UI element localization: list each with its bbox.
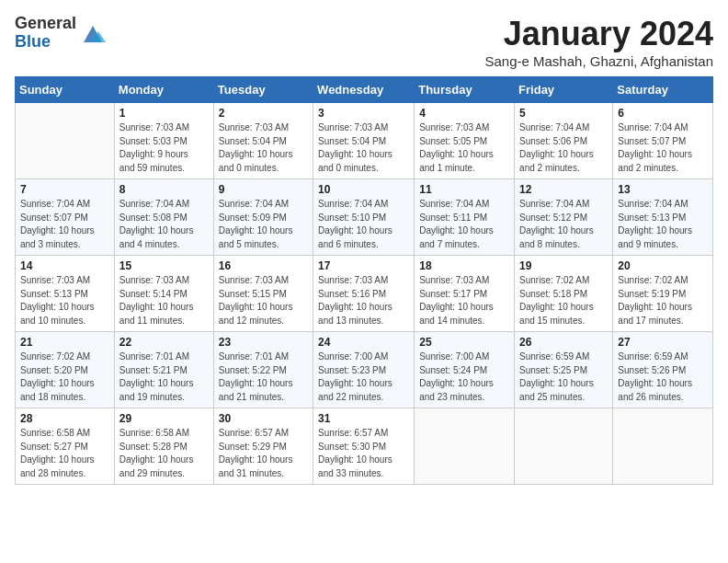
day-info: Sunrise: 7:00 AM Sunset: 5:24 PM Dayligh… (419, 350, 509, 404)
day-info: Sunrise: 7:03 AM Sunset: 5:05 PM Dayligh… (419, 121, 509, 175)
calendar-cell: 2Sunrise: 7:03 AM Sunset: 5:04 PM Daylig… (213, 103, 313, 179)
day-number: 9 (219, 183, 308, 196)
day-number: 7 (20, 183, 109, 196)
day-number: 2 (219, 107, 308, 120)
day-info: Sunrise: 7:04 AM Sunset: 5:06 PM Dayligh… (519, 121, 608, 175)
day-number: 8 (119, 183, 209, 196)
day-number: 12 (519, 183, 608, 196)
calendar-cell: 23Sunrise: 7:01 AM Sunset: 5:22 PM Dayli… (213, 332, 313, 408)
calendar-cell: 18Sunrise: 7:03 AM Sunset: 5:17 PM Dayli… (415, 256, 515, 332)
calendar-cell: 25Sunrise: 7:00 AM Sunset: 5:24 PM Dayli… (415, 332, 515, 408)
day-number: 14 (20, 259, 109, 272)
logo: General Blue (15, 15, 106, 52)
day-number: 19 (519, 259, 608, 272)
day-info: Sunrise: 7:03 AM Sunset: 5:03 PM Dayligh… (119, 121, 209, 175)
day-number: 28 (20, 412, 109, 425)
header-tuesday: Tuesday (213, 77, 313, 103)
day-info: Sunrise: 6:58 AM Sunset: 5:27 PM Dayligh… (20, 427, 109, 480)
day-number: 10 (318, 183, 409, 196)
day-info: Sunrise: 7:02 AM Sunset: 5:19 PM Dayligh… (618, 274, 708, 327)
day-info: Sunrise: 7:03 AM Sunset: 5:04 PM Dayligh… (219, 121, 308, 175)
day-info: Sunrise: 7:04 AM Sunset: 5:09 PM Dayligh… (219, 198, 308, 251)
header-sunday: Sunday (16, 77, 115, 103)
day-info: Sunrise: 7:03 AM Sunset: 5:14 PM Dayligh… (119, 274, 209, 327)
day-info: Sunrise: 6:57 AM Sunset: 5:30 PM Dayligh… (318, 427, 409, 480)
day-number: 25 (419, 336, 509, 349)
day-number: 15 (119, 259, 209, 272)
day-number: 1 (119, 107, 209, 120)
calendar-cell: 28Sunrise: 6:58 AM Sunset: 5:27 PM Dayli… (16, 408, 115, 485)
calendar-cell: 10Sunrise: 7:04 AM Sunset: 5:10 PM Dayli… (313, 179, 415, 256)
month-title: January 2024 (485, 15, 714, 53)
calendar-cell: 24Sunrise: 7:00 AM Sunset: 5:23 PM Dayli… (313, 332, 415, 408)
calendar-week-row: 28Sunrise: 6:58 AM Sunset: 5:27 PM Dayli… (16, 408, 713, 485)
day-info: Sunrise: 7:04 AM Sunset: 5:07 PM Dayligh… (618, 121, 708, 175)
header-friday: Friday (515, 77, 613, 103)
calendar-cell: 19Sunrise: 7:02 AM Sunset: 5:18 PM Dayli… (515, 256, 613, 332)
calendar-cell: 27Sunrise: 6:59 AM Sunset: 5:26 PM Dayli… (613, 332, 713, 408)
calendar-cell: 5Sunrise: 7:04 AM Sunset: 5:06 PM Daylig… (515, 103, 613, 179)
header-saturday: Saturday (613, 77, 713, 103)
day-number: 5 (519, 107, 608, 120)
calendar-week-row: 1Sunrise: 7:03 AM Sunset: 5:03 PM Daylig… (16, 103, 713, 179)
calendar-week-row: 14Sunrise: 7:03 AM Sunset: 5:13 PM Dayli… (16, 256, 713, 332)
day-number: 23 (219, 336, 308, 349)
day-info: Sunrise: 7:03 AM Sunset: 5:13 PM Dayligh… (20, 274, 109, 327)
day-number: 3 (318, 107, 409, 120)
logo-icon (80, 20, 106, 46)
day-info: Sunrise: 7:03 AM Sunset: 5:16 PM Dayligh… (318, 274, 409, 327)
day-number: 26 (519, 336, 608, 349)
calendar-cell: 14Sunrise: 7:03 AM Sunset: 5:13 PM Dayli… (16, 256, 115, 332)
calendar-cell (415, 408, 515, 485)
logo-general-text: General (15, 15, 76, 33)
calendar-cell: 31Sunrise: 6:57 AM Sunset: 5:30 PM Dayli… (313, 408, 415, 485)
header-thursday: Thursday (415, 77, 515, 103)
day-number: 17 (318, 259, 409, 272)
calendar-cell: 1Sunrise: 7:03 AM Sunset: 5:03 PM Daylig… (114, 103, 213, 179)
day-number: 21 (20, 336, 109, 349)
day-number: 13 (618, 183, 708, 196)
calendar-cell: 21Sunrise: 7:02 AM Sunset: 5:20 PM Dayli… (16, 332, 115, 408)
header-monday: Monday (114, 77, 213, 103)
day-info: Sunrise: 6:59 AM Sunset: 5:25 PM Dayligh… (519, 350, 608, 404)
day-number: 11 (419, 183, 509, 196)
day-info: Sunrise: 7:03 AM Sunset: 5:17 PM Dayligh… (419, 274, 509, 327)
calendar-cell: 11Sunrise: 7:04 AM Sunset: 5:11 PM Dayli… (415, 179, 515, 256)
calendar-cell (613, 408, 713, 485)
location: Sang-e Mashah, Ghazni, Afghanistan (485, 53, 714, 69)
day-info: Sunrise: 7:02 AM Sunset: 5:18 PM Dayligh… (519, 274, 608, 327)
calendar-cell: 4Sunrise: 7:03 AM Sunset: 5:05 PM Daylig… (415, 103, 515, 179)
calendar-cell: 17Sunrise: 7:03 AM Sunset: 5:16 PM Dayli… (313, 256, 415, 332)
calendar-cell (16, 103, 115, 179)
day-info: Sunrise: 7:03 AM Sunset: 5:15 PM Dayligh… (219, 274, 308, 327)
day-info: Sunrise: 6:59 AM Sunset: 5:26 PM Dayligh… (618, 350, 708, 404)
title-block: January 2024 Sang-e Mashah, Ghazni, Afgh… (485, 15, 714, 69)
day-number: 22 (119, 336, 209, 349)
day-info: Sunrise: 7:02 AM Sunset: 5:20 PM Dayligh… (20, 350, 109, 404)
calendar-week-row: 7Sunrise: 7:04 AM Sunset: 5:07 PM Daylig… (16, 179, 713, 256)
day-number: 27 (618, 336, 708, 349)
calendar-cell: 26Sunrise: 6:59 AM Sunset: 5:25 PM Dayli… (515, 332, 613, 408)
day-number: 24 (318, 336, 409, 349)
calendar-cell: 7Sunrise: 7:04 AM Sunset: 5:07 PM Daylig… (16, 179, 115, 256)
calendar-header-row: SundayMondayTuesdayWednesdayThursdayFrid… (16, 77, 713, 103)
calendar-cell (515, 408, 613, 485)
day-number: 4 (419, 107, 509, 120)
day-number: 29 (119, 412, 209, 425)
day-number: 18 (419, 259, 509, 272)
day-number: 30 (219, 412, 308, 425)
day-number: 6 (618, 107, 708, 120)
day-info: Sunrise: 7:04 AM Sunset: 5:12 PM Dayligh… (519, 198, 608, 251)
day-number: 16 (219, 259, 308, 272)
calendar-cell: 22Sunrise: 7:01 AM Sunset: 5:21 PM Dayli… (114, 332, 213, 408)
calendar-week-row: 21Sunrise: 7:02 AM Sunset: 5:20 PM Dayli… (16, 332, 713, 408)
day-info: Sunrise: 7:01 AM Sunset: 5:21 PM Dayligh… (119, 350, 209, 404)
calendar-cell: 20Sunrise: 7:02 AM Sunset: 5:19 PM Dayli… (613, 256, 713, 332)
calendar-cell: 15Sunrise: 7:03 AM Sunset: 5:14 PM Dayli… (114, 256, 213, 332)
day-info: Sunrise: 7:04 AM Sunset: 5:10 PM Dayligh… (318, 198, 409, 251)
header-wednesday: Wednesday (313, 77, 415, 103)
page-header: General Blue January 2024 Sang-e Mashah,… (15, 15, 713, 69)
calendar-cell: 12Sunrise: 7:04 AM Sunset: 5:12 PM Dayli… (515, 179, 613, 256)
day-info: Sunrise: 7:04 AM Sunset: 5:08 PM Dayligh… (119, 198, 209, 251)
day-info: Sunrise: 7:04 AM Sunset: 5:11 PM Dayligh… (419, 198, 509, 251)
